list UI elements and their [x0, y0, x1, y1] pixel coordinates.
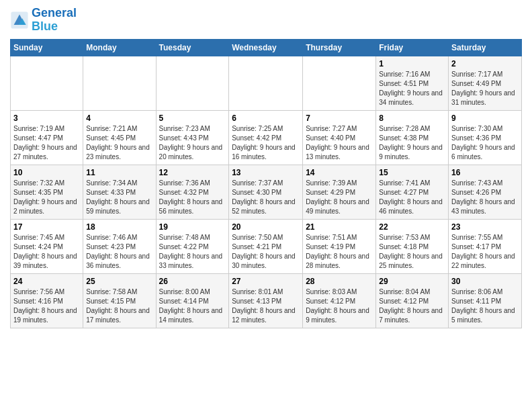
day-cell: 18 Sunrise: 7:46 AMSunset: 4:23 PMDaylig…: [83, 219, 156, 273]
header: General Blue: [10, 7, 522, 34]
day-header-monday: Monday: [83, 39, 156, 56]
day-info: Sunrise: 7:21 AMSunset: 4:45 PMDaylight:…: [86, 124, 152, 162]
day-cell: 28 Sunrise: 8:03 AMSunset: 4:12 PMDaylig…: [303, 273, 376, 328]
day-cell: 10 Sunrise: 7:32 AMSunset: 4:35 PMDaylig…: [11, 165, 83, 219]
day-cell: 11 Sunrise: 7:34 AMSunset: 4:33 PMDaylig…: [83, 165, 156, 219]
day-number: 20: [232, 222, 300, 232]
day-number: 10: [13, 168, 80, 177]
day-number: 27: [232, 277, 300, 286]
day-cell: 24 Sunrise: 7:56 AMSunset: 4:16 PMDaylig…: [11, 273, 83, 328]
day-cell: 16 Sunrise: 7:43 AMSunset: 4:26 PMDaylig…: [449, 165, 522, 219]
week-row-1: 1 Sunrise: 7:16 AMSunset: 4:51 PMDayligh…: [11, 56, 522, 110]
day-cell: 9 Sunrise: 7:30 AMSunset: 4:36 PMDayligh…: [449, 110, 522, 165]
week-row-4: 17 Sunrise: 7:45 AMSunset: 4:24 PMDaylig…: [11, 219, 522, 273]
day-number: 24: [13, 277, 80, 286]
header-row: SundayMondayTuesdayWednesdayThursdayFrid…: [11, 39, 522, 56]
day-info: Sunrise: 7:46 AMSunset: 4:23 PMDaylight:…: [86, 233, 152, 271]
day-number: 25: [86, 277, 152, 286]
day-number: 18: [86, 222, 152, 232]
day-number: 19: [159, 222, 226, 232]
day-cell: 27 Sunrise: 8:01 AMSunset: 4:13 PMDaylig…: [229, 273, 303, 328]
day-cell: 4 Sunrise: 7:21 AMSunset: 4:45 PMDayligh…: [83, 110, 156, 165]
day-cell: 7 Sunrise: 7:27 AMSunset: 4:40 PMDayligh…: [303, 110, 376, 165]
week-row-5: 24 Sunrise: 7:56 AMSunset: 4:16 PMDaylig…: [11, 273, 522, 328]
day-header-saturday: Saturday: [449, 39, 522, 56]
day-number: 11: [86, 168, 152, 177]
day-cell: 20 Sunrise: 7:50 AMSunset: 4:21 PMDaylig…: [229, 219, 303, 273]
day-info: Sunrise: 8:03 AMSunset: 4:12 PMDaylight:…: [306, 287, 373, 325]
day-info: Sunrise: 7:56 AMSunset: 4:16 PMDaylight:…: [13, 287, 80, 325]
day-cell: 14 Sunrise: 7:39 AMSunset: 4:29 PMDaylig…: [303, 165, 376, 219]
day-header-friday: Friday: [376, 39, 449, 56]
day-cell: 5 Sunrise: 7:23 AMSunset: 4:43 PMDayligh…: [156, 110, 229, 165]
day-header-tuesday: Tuesday: [156, 39, 229, 56]
day-number: 6: [232, 113, 300, 123]
day-number: 30: [451, 277, 519, 286]
day-cell: [83, 56, 156, 110]
day-number: 1: [379, 59, 445, 68]
day-info: Sunrise: 7:41 AMSunset: 4:27 PMDaylight:…: [379, 179, 445, 216]
day-number: 9: [451, 113, 519, 123]
day-info: Sunrise: 7:19 AMSunset: 4:47 PMDaylight:…: [13, 124, 80, 162]
day-info: Sunrise: 8:00 AMSunset: 4:14 PMDaylight:…: [159, 287, 226, 325]
day-number: 16: [451, 168, 519, 177]
day-info: Sunrise: 8:06 AMSunset: 4:11 PMDaylight:…: [451, 287, 519, 325]
day-cell: 29 Sunrise: 8:04 AMSunset: 4:12 PMDaylig…: [376, 273, 449, 328]
day-info: Sunrise: 7:50 AMSunset: 4:21 PMDaylight:…: [232, 233, 300, 271]
day-number: 29: [379, 277, 445, 286]
day-info: Sunrise: 8:04 AMSunset: 4:12 PMDaylight:…: [379, 287, 445, 325]
day-info: Sunrise: 7:45 AMSunset: 4:24 PMDaylight:…: [13, 233, 80, 271]
day-cell: 17 Sunrise: 7:45 AMSunset: 4:24 PMDaylig…: [11, 219, 83, 273]
week-row-3: 10 Sunrise: 7:32 AMSunset: 4:35 PMDaylig…: [11, 165, 522, 219]
day-cell: 21 Sunrise: 7:51 AMSunset: 4:19 PMDaylig…: [303, 219, 376, 273]
day-number: 2: [451, 59, 519, 68]
day-cell: 15 Sunrise: 7:41 AMSunset: 4:27 PMDaylig…: [376, 165, 449, 219]
day-number: 22: [379, 222, 445, 232]
logo: General Blue: [10, 7, 77, 34]
day-info: Sunrise: 7:55 AMSunset: 4:17 PMDaylight:…: [451, 233, 519, 271]
day-cell: 12 Sunrise: 7:36 AMSunset: 4:32 PMDaylig…: [156, 165, 229, 219]
day-info: Sunrise: 7:51 AMSunset: 4:19 PMDaylight:…: [306, 233, 373, 271]
day-number: 12: [159, 168, 226, 177]
day-info: Sunrise: 7:39 AMSunset: 4:29 PMDaylight:…: [306, 179, 373, 216]
day-cell: 22 Sunrise: 7:53 AMSunset: 4:18 PMDaylig…: [376, 219, 449, 273]
logo-text: General Blue: [32, 7, 77, 34]
day-cell: [11, 56, 83, 110]
day-number: 7: [306, 113, 373, 123]
day-cell: 1 Sunrise: 7:16 AMSunset: 4:51 PMDayligh…: [376, 56, 449, 110]
day-header-sunday: Sunday: [11, 39, 83, 56]
day-cell: [156, 56, 229, 110]
day-number: 5: [159, 113, 226, 123]
day-info: Sunrise: 7:30 AMSunset: 4:36 PMDaylight:…: [451, 124, 519, 162]
day-info: Sunrise: 8:01 AMSunset: 4:13 PMDaylight:…: [232, 287, 300, 325]
day-number: 13: [232, 168, 300, 177]
day-number: 8: [379, 113, 445, 123]
week-row-2: 3 Sunrise: 7:19 AMSunset: 4:47 PMDayligh…: [11, 110, 522, 165]
day-cell: 19 Sunrise: 7:48 AMSunset: 4:22 PMDaylig…: [156, 219, 229, 273]
day-info: Sunrise: 7:37 AMSunset: 4:30 PMDaylight:…: [232, 179, 300, 216]
day-info: Sunrise: 7:48 AMSunset: 4:22 PMDaylight:…: [159, 233, 226, 271]
day-info: Sunrise: 7:23 AMSunset: 4:43 PMDaylight:…: [159, 124, 226, 162]
day-number: 4: [86, 113, 152, 123]
day-info: Sunrise: 7:27 AMSunset: 4:40 PMDaylight:…: [306, 124, 373, 162]
day-number: 28: [306, 277, 373, 286]
day-number: 17: [13, 222, 80, 232]
day-number: 21: [306, 222, 373, 232]
day-info: Sunrise: 7:36 AMSunset: 4:32 PMDaylight:…: [159, 179, 226, 216]
day-number: 26: [159, 277, 226, 286]
day-number: 15: [379, 168, 445, 177]
logo-icon: [10, 11, 29, 30]
day-info: Sunrise: 7:17 AMSunset: 4:49 PMDaylight:…: [451, 70, 519, 107]
day-cell: 30 Sunrise: 8:06 AMSunset: 4:11 PMDaylig…: [449, 273, 522, 328]
calendar-container: General Blue SundayMondayTuesdayWednesda…: [0, 0, 532, 335]
day-info: Sunrise: 7:58 AMSunset: 4:15 PMDaylight:…: [86, 287, 152, 325]
day-cell: 23 Sunrise: 7:55 AMSunset: 4:17 PMDaylig…: [449, 219, 522, 273]
day-cell: 3 Sunrise: 7:19 AMSunset: 4:47 PMDayligh…: [11, 110, 83, 165]
day-number: 23: [451, 222, 519, 232]
day-info: Sunrise: 7:32 AMSunset: 4:35 PMDaylight:…: [13, 179, 80, 216]
calendar-table: SundayMondayTuesdayWednesdayThursdayFrid…: [10, 39, 522, 328]
day-cell: 25 Sunrise: 7:58 AMSunset: 4:15 PMDaylig…: [83, 273, 156, 328]
day-cell: 2 Sunrise: 7:17 AMSunset: 4:49 PMDayligh…: [449, 56, 522, 110]
day-cell: [229, 56, 303, 110]
day-info: Sunrise: 7:34 AMSunset: 4:33 PMDaylight:…: [86, 179, 152, 216]
